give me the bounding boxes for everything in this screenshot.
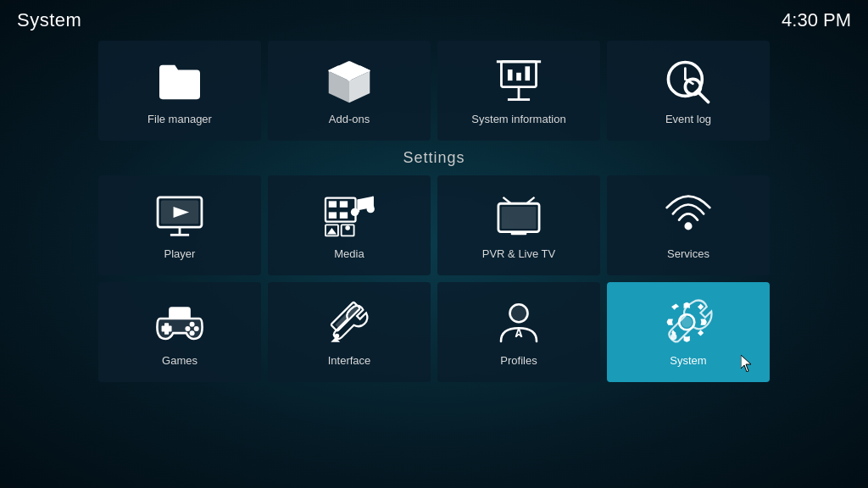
settings-row-2: Games Interface [51,282,817,382]
tile-label: System [670,354,706,367]
svg-point-43 [194,326,199,331]
folder-icon [154,57,205,108]
tile-media[interactable]: Media [268,175,431,275]
svg-point-51 [510,304,528,322]
tile-file-manager[interactable]: File manager [98,41,261,141]
tile-label: Interface [328,354,371,367]
svg-rect-7 [516,72,521,80]
interface-icon [324,298,375,349]
settings-label: Settings [51,149,817,167]
box-icon [324,57,375,108]
tile-label: Player [164,247,196,260]
svg-point-58 [670,333,676,339]
tile-label: Event log [665,113,711,125]
mouse-cursor [741,355,754,372]
svg-rect-41 [162,325,172,331]
gamepad-icon [154,298,205,349]
page-title: System [17,9,81,31]
system-icon [663,298,714,349]
svg-rect-35 [502,206,537,228]
svg-rect-8 [525,66,530,80]
svg-point-49 [335,333,339,337]
main-content: File manager Add-ons [0,41,868,382]
svg-point-45 [190,330,195,336]
tile-system[interactable]: System [607,282,770,382]
tile-add-ons[interactable]: Add-ons [268,41,431,141]
tv-icon [493,191,544,242]
svg-rect-25 [329,212,337,218]
svg-point-16 [685,79,700,94]
player-icon [154,191,205,242]
services-icon [663,191,714,242]
tile-label: Services [667,247,709,260]
clock-search-icon [663,57,714,108]
svg-marker-59 [741,355,751,372]
tile-games[interactable]: Games [98,282,261,382]
svg-point-33 [345,225,350,230]
clock: 4:30 PM [782,9,851,31]
tile-label: Media [334,247,364,260]
profiles-icon [493,298,544,349]
media-icon [324,191,375,242]
tile-label: Profiles [500,354,537,367]
tile-event-log[interactable]: Event log [607,41,770,141]
svg-point-44 [185,326,190,331]
tile-label: System information [471,113,565,125]
tile-services[interactable]: Services [607,175,770,275]
top-bar: System 4:30 PM [0,0,868,41]
tile-system-information[interactable]: System information [437,41,600,141]
tile-player[interactable]: Player [98,175,261,275]
tile-label: File manager [147,113,212,125]
svg-rect-24 [340,201,348,207]
svg-rect-23 [329,201,337,207]
tile-label: Games [162,354,198,367]
svg-rect-38 [511,231,527,235]
svg-point-39 [684,222,692,230]
svg-point-27 [351,208,359,215]
settings-row-1: Player [51,175,817,275]
tile-pvr-live-tv[interactable]: PVR & Live TV [437,175,600,275]
svg-rect-26 [340,212,348,218]
svg-rect-6 [508,69,513,80]
top-row: File manager Add-ons [51,41,817,141]
tile-profiles[interactable]: Profiles [437,282,600,382]
tile-label: PVR & Live TV [482,247,555,260]
presentation-icon [493,57,544,108]
svg-point-42 [190,321,195,326]
tile-label: Add-ons [329,113,370,125]
tile-interface[interactable]: Interface [268,282,431,382]
